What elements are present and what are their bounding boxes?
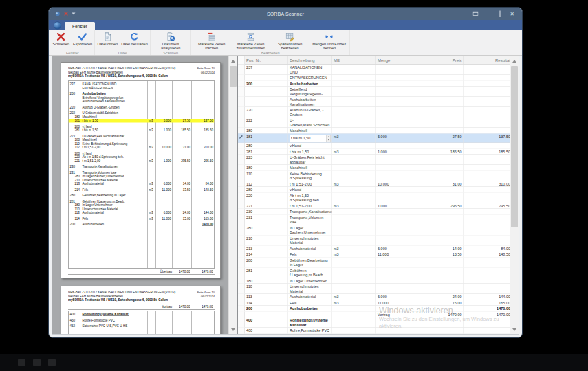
cell-pos-nr: 221 <box>245 203 288 209</box>
table-row[interactable]: 200Aushubarbeiten <box>238 81 510 87</box>
table-row[interactable]: 213Aushubmaterialm36.00014.0084.00 <box>238 246 510 252</box>
grid-scroll-up-icon[interactable] <box>510 56 519 65</box>
cell-preis <box>420 284 464 294</box>
table-row[interactable]: 114Felsm311.00015.00165.00 <box>238 300 510 306</box>
cell-beschreibung: t m 1,51-2,00 <box>288 203 332 209</box>
inline-cell-editor[interactable]: t bis m 1,50 <box>290 135 331 142</box>
cell-menge <box>376 87 420 97</box>
table-row[interactable]: 221t m 1,51-2,00m31.000295.50295.50 <box>238 203 510 210</box>
table-row[interactable]: 280v.Hand <box>238 143 510 149</box>
table-row[interactable]: 220Ab t m 1,50 d.Spriessung beh. <box>238 193 510 203</box>
datei-ffnen-button[interactable]: Datei öffnen <box>96 31 120 46</box>
column-header-preis[interactable]: Preis <box>420 56 464 65</box>
cell-pos-nr <box>245 87 288 97</box>
cell-beschreibung: In Lager Bauherr,Unternehmer <box>288 225 332 236</box>
table-row[interactable]: 110Unverschmutztes Material <box>238 284 510 294</box>
cell-preis <box>420 225 464 236</box>
table-row[interactable]: 113Aushubmaterialm36.00024.00144.00 <box>238 294 510 300</box>
table-row[interactable]: 462Sickerrohre PVC-U-S,PVC-U-HS <box>238 334 510 335</box>
grid-scroll-down-icon[interactable] <box>510 325 519 334</box>
cell-me <box>332 317 376 328</box>
row-gutter <box>238 312 245 317</box>
pdf-row: 112t m 1,51-2,00m310.00031.00310.00 <box>69 146 215 150</box>
dokument-analysieren-button[interactable]: Dokument analysieren <box>151 31 190 50</box>
exportieren-button[interactable]: Exportieren <box>72 31 94 46</box>
pdf-scroll-up-icon[interactable] <box>229 56 237 65</box>
column-header-beschreibung[interactable]: Beschreibung <box>288 56 332 65</box>
cell-me: m3 <box>332 251 376 257</box>
window-options-button[interactable] <box>470 10 481 18</box>
markierte-zeilen-zusammenf-hren-button[interactable]: Markierte Zeilen zusammenführen <box>232 31 270 50</box>
column-header-menge[interactable]: Menge <box>376 56 420 65</box>
table-row[interactable]: 223U-Gräben,Fels leicht abbaubar <box>238 155 510 165</box>
table-row[interactable]: 400Rohrleitungssysteme Kanalisat. <box>238 317 510 328</box>
table-row[interactable]: 230Transporte,Kanalisationen <box>238 209 510 215</box>
maximize-button[interactable] <box>495 10 505 18</box>
schlie-en-button[interactable]: Schließen <box>52 31 71 46</box>
cell-pos-nr: 220 <box>245 107 288 117</box>
table-row[interactable]: 180In Lager Unternehmer <box>238 278 510 284</box>
column-header-pos-nr[interactable]: Pos. Nr. <box>245 56 288 65</box>
table-row[interactable]: 281t bis m 1,50m31.000185.50185.50 <box>238 149 510 155</box>
table-row[interactable]: 200Aushubarbeiten1470.00 <box>238 306 510 312</box>
table-row[interactable]: 214Felsm311.00013.50148.50 <box>238 251 510 258</box>
datei-neu-laden-button[interactable]: Datei neu laden <box>120 31 149 46</box>
editor-spinner[interactable] <box>327 135 331 142</box>
table-row[interactable]: 110Keine Behinderung d.Spriessung <box>238 171 510 181</box>
cell-me: m3 <box>332 181 376 187</box>
table-row[interactable]: 280v.Hand <box>238 187 510 193</box>
table-row[interactable]: Vortrag1470.001470.00 <box>238 312 510 318</box>
column-header-resultat[interactable]: Resultat <box>464 56 510 65</box>
app-logo-icon[interactable] <box>55 11 61 16</box>
taskbar-hint <box>0 354 588 371</box>
ribbon-group-datei: Datei öffnenDatei neu ladenDatei <box>95 30 151 56</box>
table-row[interactable]: 231Transporte,Volumen lose <box>238 215 510 225</box>
table-row[interactable]: 210Unverschmutztes Material <box>238 236 510 246</box>
grid-scrollbar-thumb[interactable] <box>511 66 518 227</box>
table-row[interactable]: 181t bis m 1,50m35.00027.50137.50 <box>238 134 510 144</box>
pdf-row: 280Gebühren,Bearbeitung in Lager <box>69 194 215 198</box>
row-gutter <box>238 81 245 87</box>
table-row[interactable]: 237KANALISATIONEN UND <box>238 65 510 75</box>
app-menu-icon[interactable] <box>54 22 61 30</box>
pdf-scrollbar-thumb[interactable] <box>230 66 237 87</box>
cell-resultat <box>464 209 510 214</box>
table-row[interactable]: ENTWÄSSERUNGEN <box>238 75 510 81</box>
edit-columns-icon <box>285 32 295 42</box>
close-button[interactable]: ✕ <box>507 10 517 18</box>
table-row[interactable]: 280Gebühren,Bearbeitung in Lager <box>238 258 510 268</box>
column-header-me[interactable]: ME <box>332 56 376 65</box>
cell-resultat <box>464 317 510 328</box>
table-row[interactable]: 180Maschinell <box>238 165 510 171</box>
markierte-zeilen-l-schen-button[interactable]: Markierte Zeilen löschen <box>193 31 231 50</box>
pdf-scroll-down-icon[interactable] <box>229 325 237 334</box>
tab-fenster[interactable]: Fenster <box>65 22 95 30</box>
pdf-scrollbar[interactable] <box>228 56 237 334</box>
cell-resultat <box>464 328 510 333</box>
spaltennamen-bearbeiten-button[interactable]: Spaltennamen bearbeiten <box>271 31 309 50</box>
table-row[interactable]: 460Rohre,Formstücke PVC <box>238 328 510 334</box>
qat-dropdown-caret-icon[interactable] <box>72 13 76 15</box>
app-window: SORBA Scanner ✕ Fenster SchließenExporti… <box>48 7 523 338</box>
row-gutter <box>238 317 245 328</box>
cell-resultat <box>464 171 510 181</box>
mengen-und-einheit-trennen-button[interactable]: Mengen und Einheit trennen <box>310 31 349 50</box>
cell-resultat <box>464 128 510 133</box>
spinner-down-icon[interactable] <box>327 138 331 142</box>
table-row[interactable]: 112t m 1,51-2,00m310.00031.00310.00 <box>238 181 510 188</box>
minimize-button[interactable] <box>483 10 493 18</box>
table-row[interactable]: 180Maschinell <box>238 128 510 134</box>
table-row[interactable]: 220Aushub U-Gräben, -Gruben <box>238 107 510 117</box>
table-row[interactable]: 222U-Gräben,stabil.Schichten <box>238 117 510 128</box>
table-row[interactable]: 280In Lager Bauherr,Unternehmer <box>238 225 510 236</box>
cell-beschreibung: v.Hand <box>288 143 332 148</box>
cell-menge <box>376 215 420 225</box>
cell-preis <box>420 107 464 117</box>
cell-resultat: 137.50 <box>464 134 510 143</box>
table-row[interactable]: 281Gebühren f.Lagerung,m.Bearb. <box>238 268 510 278</box>
pdf-customer-line: mySORBA-Testkunde US / WS10, Schochengas… <box>68 74 180 78</box>
table-row[interactable]: Aushubarbeiten Kanalisationen <box>238 97 510 107</box>
qat-close-icon[interactable] <box>64 12 69 16</box>
table-row[interactable]: Betreffend Vergütungsregelun- <box>238 87 510 97</box>
grid-scrollbar[interactable] <box>510 56 519 334</box>
